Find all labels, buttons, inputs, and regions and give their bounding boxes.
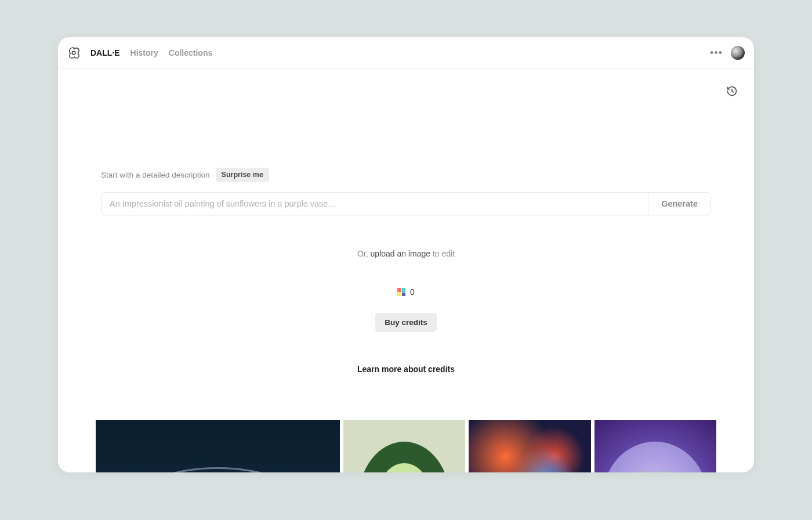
prompt-label-row: Start with a detailed description Surpri… [101,168,711,182]
header-left: DALL·E History Collections [67,46,212,59]
learn-more-link[interactable]: Learn more about credits [101,364,711,374]
gallery-image [343,420,465,472]
prompt-input[interactable] [102,193,648,215]
svg-point-0 [72,51,75,55]
gallery-item-monster[interactable] [594,420,716,472]
gallery-image [469,420,590,472]
upload-suffix: to edit [430,249,455,258]
gallery-image [594,420,716,472]
credits-icon [397,288,405,296]
upload-link[interactable]: upload an image [371,249,431,258]
gallery-item-space[interactable] [469,420,590,472]
history-icon[interactable] [726,85,738,99]
content-area[interactable]: Start with a detailed description Surpri… [58,69,754,472]
credits-count: 0 [410,287,415,297]
gallery-item-avocado[interactable] [343,420,465,472]
credits-row: 0 [101,287,711,297]
gallery-item-glass[interactable] [96,420,340,472]
main-content: Start with a detailed description Surpri… [58,69,754,472]
prompt-label: Start with a detailed description [101,171,210,179]
header-right: ••• [710,46,745,60]
openai-logo-icon[interactable] [67,46,80,59]
app-window: DALL·E History Collections ••• Start wit… [58,37,754,472]
surprise-button[interactable]: Surprise me [216,168,269,182]
nav-collections[interactable]: Collections [169,48,212,57]
nav-history[interactable]: History [130,48,158,57]
gallery [96,420,716,472]
generate-button[interactable]: Generate [648,193,710,215]
more-icon[interactable]: ••• [710,47,723,59]
nav-dalle[interactable]: DALL·E [90,48,120,57]
upload-row: Or, upload an image to edit [101,249,711,258]
header: DALL·E History Collections ••• [58,37,754,69]
upload-prefix: Or, [357,249,371,258]
buy-credits-button[interactable]: Buy credits [375,313,437,332]
avatar[interactable] [731,46,745,60]
gallery-image [96,420,340,472]
prompt-bar: Generate [101,192,711,215]
